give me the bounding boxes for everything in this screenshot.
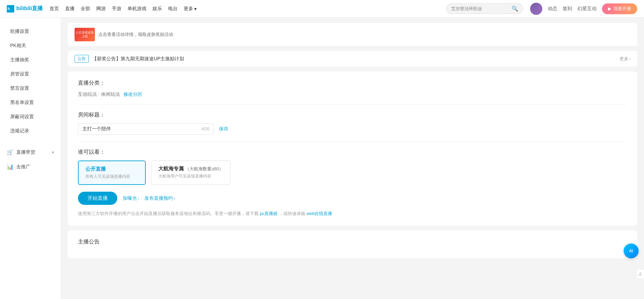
avatar[interactable] <box>530 3 542 15</box>
chevron-down-icon: ▾ <box>52 150 54 155</box>
info-mid: ，或快速体验 <box>279 211 305 216</box>
sidebar-item-mute[interactable]: 禁言设置 <box>0 81 61 95</box>
room-title-input[interactable] <box>78 123 214 135</box>
nav-live[interactable]: 直播 <box>65 6 75 12</box>
chevron-right-icon: › <box>629 56 630 61</box>
info-text: 使用第三方软件开播的用户点击开始直播后获取服务器地址和推流码。享受一键开播，请下… <box>78 210 627 217</box>
logo-text: bilibili直播 <box>16 5 43 12</box>
nav-pc-game[interactable]: 网游 <box>96 6 106 12</box>
nav-mobile-game[interactable]: 手游 <box>112 6 121 12</box>
collapse-sidebar-button[interactable]: <| <box>636 269 644 279</box>
sidebar-item-blocked-words[interactable]: 屏蔽词设置 <box>0 110 61 124</box>
logo[interactable]: b bilibili直播 <box>7 5 43 13</box>
chevron-right-icon: › <box>138 196 139 201</box>
nav-dynamic[interactable]: 动态 <box>548 6 557 12</box>
announcement-tag: 公告 <box>75 55 89 63</box>
nav-links: 首页 直播 全部 网游 手游 单机游戏 娱乐 电台 更多 ▾ <box>49 6 439 12</box>
sidebar-item-carousel[interactable]: 轮播设置 <box>0 24 61 39</box>
start-live-nav-label: 我要开播 <box>613 6 631 12</box>
category-value: 互动玩法 · 休闲玩法 <box>78 91 120 98</box>
section-divider-1 <box>78 104 627 105</box>
host-announcement-card: 主播公告 <box>68 230 637 258</box>
host-announcement-title: 主播公告 <box>78 238 627 245</box>
save-title-button[interactable]: 保存 <box>219 126 228 132</box>
more-label: 更多 <box>620 56 628 62</box>
exposure-label: 加曝光 <box>123 195 137 201</box>
nav-home[interactable]: 首页 <box>49 6 59 12</box>
schedule-label: 发布直播预约 <box>144 195 173 201</box>
nav-single-game[interactable]: 单机游戏 <box>127 6 146 12</box>
watch-options: 公开直播 所有人可见该场直播内容 大航海专属 （大航海数量≥50） 大航海用户可… <box>78 161 627 185</box>
sidebar-item-blacklist[interactable]: 黑名单设置 <box>0 95 61 110</box>
watch-option-dahanhai[interactable]: 大航海专属 （大航海数量≥50） 大航海用户可见该场直播内容 <box>151 161 230 185</box>
start-live-nav-button[interactable]: ▶ 我要开播 <box>602 3 637 14</box>
room-title-row: 6/20 保存 <box>78 123 627 135</box>
live-icon: ▶ <box>608 6 611 11</box>
sidebar-group-promotion[interactable]: 📊 去推广 <box>0 159 61 174</box>
announcement-bar: 公告 【获奖公告】第九期无期迷途UP主激励计划 更多 › <box>68 51 637 67</box>
sidebar-item-pk[interactable]: PK相关 <box>0 39 61 53</box>
nav-radio[interactable]: 电台 <box>168 6 178 12</box>
section-divider-2 <box>78 142 627 142</box>
watch-option-public-desc: 所有人可见该场直播内容 <box>85 174 138 179</box>
main-content: 土石龙熊皮肤上线 点击查看活动详情，领取皮肤奖励活动 公告 【获奖公告】第九期无… <box>61 18 644 299</box>
nav-more-label: 更多 <box>184 6 193 12</box>
announcement-more-link[interactable]: 更多 › <box>620 56 630 62</box>
exposure-button[interactable]: 加曝光 › <box>123 195 139 201</box>
chevron-right-icon-2: › <box>174 196 175 201</box>
nav-more-dropdown[interactable]: 更多 ▾ <box>184 6 197 12</box>
category-label: 直播分类： <box>78 80 627 87</box>
nav-sign[interactable]: 签到 <box>563 6 572 12</box>
sidebar-group-live-commerce[interactable]: 🛒 直播带货 ▾ <box>0 145 61 159</box>
sidebar-promotion-label: 去推广 <box>16 164 31 170</box>
search-input[interactable] <box>451 6 509 11</box>
banner-img-text: 土石龙熊皮肤上线 <box>75 30 95 39</box>
nav-right: 动态 签到 幻星互动 ▶ 我要开播 <box>530 3 637 15</box>
start-live-main-button[interactable]: 开始直播 <box>78 192 117 205</box>
ai-bubble-label: Ai <box>629 249 633 253</box>
char-count: 6/20 <box>202 127 209 131</box>
watch-option-dahanhai-title: 大航海专属 （大航海数量≥50） <box>158 166 223 172</box>
watch-option-public-title: 公开直播 <box>85 166 138 172</box>
nav-entertainment[interactable]: 娱乐 <box>153 6 162 12</box>
search-box[interactable]: 🔍 <box>446 3 523 14</box>
watch-option-public[interactable]: 公开直播 所有人可见该场直播内容 <box>78 161 146 185</box>
logo-icon: b <box>7 5 14 13</box>
main-layout: 轮播设置 PK相关 主播抽奖 房管设置 禁言设置 黑名单设置 屏蔽词设置 违规记… <box>0 18 644 299</box>
chevron-down-icon: ▾ <box>194 6 197 12</box>
collapse-label: <| <box>638 272 643 276</box>
sidebar-item-violations[interactable]: 违规记录 <box>0 124 61 138</box>
chart-icon: 📊 <box>7 164 14 170</box>
nav-all[interactable]: 全部 <box>81 6 90 12</box>
watch-option-dahanhai-desc: 大航海用户可见该场直播内容 <box>158 173 223 179</box>
banner-text: 点击查看活动详情，领取皮肤奖励活动 <box>98 31 630 38</box>
sidebar-commerce-label: 直播带货 <box>16 149 35 155</box>
nav-interact[interactable]: 幻星互动 <box>578 6 597 12</box>
settings-card: 直播分类： 互动玩法 · 休闲玩法 修改分区 房间标题： 6/20 保存 谁可以… <box>68 71 637 226</box>
action-row: 开始直播 加曝光 › 发布直播预约 › <box>78 192 627 205</box>
ai-assistant-bubble[interactable]: Ai <box>624 243 639 258</box>
room-title-input-wrap: 6/20 <box>78 123 214 135</box>
sidebar: 轮播设置 PK相关 主播抽奖 房管设置 禁言设置 黑名单设置 屏蔽词设置 违规记… <box>0 18 61 299</box>
top-navigation: b bilibili直播 首页 直播 全部 网游 手游 单机游戏 娱乐 电台 更… <box>0 0 644 18</box>
banner-image: 土石龙熊皮肤上线 <box>75 28 95 41</box>
web-live-link[interactable]: web在线直播 <box>307 211 333 216</box>
announcement-text: 【获奖公告】第九期无期迷途UP主激励计划 <box>92 56 616 62</box>
banner-section: 土石龙熊皮肤上线 点击查看活动详情，领取皮肤奖励活动 <box>68 23 637 46</box>
category-row: 互动玩法 · 休闲玩法 修改分区 <box>78 91 627 98</box>
info-prefix: 使用第三方软件开播的用户点击开始直播后获取服务器地址和推流码。享受一键开播，请下… <box>78 211 259 216</box>
svg-text:b: b <box>7 6 10 10</box>
room-title-label: 房间标题： <box>78 111 627 119</box>
sidebar-item-lottery[interactable]: 主播抽奖 <box>0 53 61 67</box>
schedule-button[interactable]: 发布直播预约 › <box>144 195 175 201</box>
pc-live-link[interactable]: pc直播姬 <box>260 211 278 216</box>
sidebar-item-room-admin[interactable]: 房管设置 <box>0 67 61 81</box>
cart-icon: 🛒 <box>7 149 14 155</box>
change-category-link[interactable]: 修改分区 <box>123 91 142 98</box>
who-can-watch-label: 谁可以看： <box>78 149 627 156</box>
search-icon[interactable]: 🔍 <box>511 5 518 12</box>
